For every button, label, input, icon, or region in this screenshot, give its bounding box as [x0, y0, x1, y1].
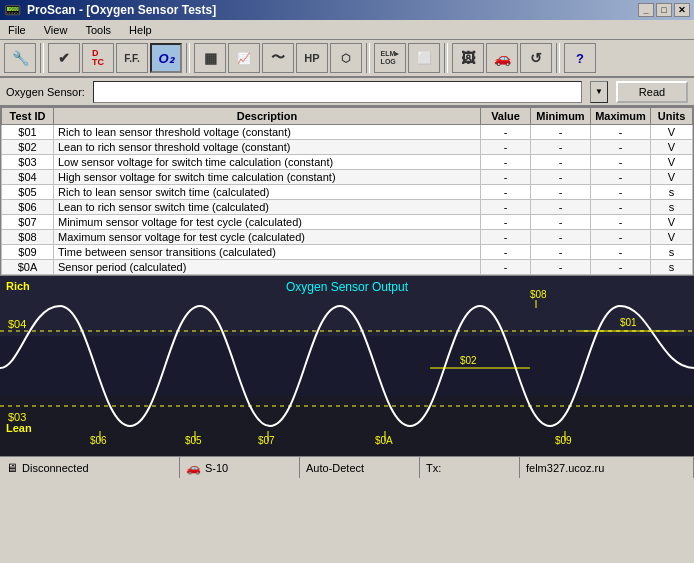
cell-desc: Time between sensor transitions (calcula… — [54, 245, 481, 260]
check-button[interactable]: ✔ — [48, 43, 80, 73]
svg-text:$05: $05 — [185, 435, 202, 446]
menu-view[interactable]: View — [40, 22, 72, 38]
cell-units: V — [651, 125, 693, 140]
title-bar-buttons: _ □ ✕ — [638, 3, 690, 17]
hex-button[interactable]: ⬡ — [330, 43, 362, 73]
close-button[interactable]: ✕ — [674, 3, 690, 17]
cell-min: - — [531, 230, 591, 245]
menu-tools[interactable]: Tools — [81, 22, 115, 38]
cell-desc: Rich to lean sensor threshold voltage (c… — [54, 125, 481, 140]
cell-value: - — [481, 140, 531, 155]
svg-rect-2 — [0, 396, 694, 456]
cell-min: - — [531, 245, 591, 260]
cell-id: $09 — [2, 245, 54, 260]
computer-icon: 🖥 — [6, 461, 18, 475]
col-header-max: Maximum — [591, 108, 651, 125]
cell-value: - — [481, 215, 531, 230]
cell-desc: High sensor voltage for switch time calc… — [54, 170, 481, 185]
cell-max: - — [591, 170, 651, 185]
cell-id: $06 — [2, 200, 54, 215]
refresh-button[interactable]: ↺ — [520, 43, 552, 73]
chart-lean-label: Lean — [6, 422, 32, 434]
help-button[interactable]: ? — [564, 43, 596, 73]
col-header-units: Units — [651, 108, 693, 125]
toolbar-separator-1 — [40, 43, 44, 73]
image-button[interactable]: 🖼 — [452, 43, 484, 73]
svg-text:$08: $08 — [530, 289, 547, 300]
o2-button[interactable]: O₂ — [150, 43, 182, 73]
table-row: $09 Time between sensor transitions (cal… — [2, 245, 693, 260]
cell-value: - — [481, 230, 531, 245]
cell-id: $03 — [2, 155, 54, 170]
read-button[interactable]: Read — [616, 81, 688, 103]
chart-button[interactable]: 📈 — [228, 43, 260, 73]
cell-min: - — [531, 215, 591, 230]
cell-min: - — [531, 260, 591, 275]
sensor-bar: Oxygen Sensor: ▼ Read — [0, 78, 694, 106]
toolbar-separator-5 — [556, 43, 560, 73]
cell-max: - — [591, 230, 651, 245]
cell-id: $0A — [2, 260, 54, 275]
table-row: $06 Lean to rich sensor switch time (cal… — [2, 200, 693, 215]
table-row: $08 Maximum sensor voltage for test cycl… — [2, 230, 693, 245]
cell-id: $05 — [2, 185, 54, 200]
cell-units: s — [651, 185, 693, 200]
square-button[interactable]: ⬜ — [408, 43, 440, 73]
auto-detect-label: Auto-Detect — [306, 462, 364, 474]
table-row: $01 Rich to lean sensor threshold voltag… — [2, 125, 693, 140]
sensor-dropdown[interactable] — [93, 81, 582, 103]
svg-text:$0A: $0A — [375, 435, 393, 446]
cell-value: - — [481, 155, 531, 170]
cell-min: - — [531, 200, 591, 215]
status-connection: 🖥 Disconnected — [0, 457, 180, 478]
toolbar-separator-4 — [444, 43, 448, 73]
status-detect: Auto-Detect — [300, 457, 420, 478]
sensor-dropdown-arrow[interactable]: ▼ — [590, 81, 608, 103]
cell-units: s — [651, 260, 693, 275]
table-row: $07 Minimum sensor voltage for test cycl… — [2, 215, 693, 230]
cell-id: $02 — [2, 140, 54, 155]
cell-min: - — [531, 170, 591, 185]
cell-desc: Sensor period (calculated) — [54, 260, 481, 275]
test-table-container: Test ID Description Value Minimum Maximu… — [0, 106, 694, 276]
table-row: $03 Low sensor voltage for switch time c… — [2, 155, 693, 170]
server-url: felm327.ucoz.ru — [526, 462, 604, 474]
status-bar: 🖥 Disconnected 🚗 S-10 Auto-Detect Tx: fe… — [0, 456, 694, 478]
car-button[interactable]: 🚗 — [486, 43, 518, 73]
cell-value: - — [481, 260, 531, 275]
cell-units: V — [651, 155, 693, 170]
cell-id: $01 — [2, 125, 54, 140]
chart-rich-label: Rich — [6, 280, 30, 292]
hp-button[interactable]: HP — [296, 43, 328, 73]
ff-button[interactable]: F.F. — [116, 43, 148, 73]
minimize-button[interactable]: _ — [638, 3, 654, 17]
cell-units: V — [651, 230, 693, 245]
menu-bar: File View Tools Help — [0, 20, 694, 40]
toolbar-separator-3 — [366, 43, 370, 73]
sensor-label: Oxygen Sensor: — [6, 86, 85, 98]
cell-units: V — [651, 215, 693, 230]
col-header-min: Minimum — [531, 108, 591, 125]
window-title: ProScan - [Oxygen Sensor Tests] — [27, 3, 216, 17]
vehicle-name: S-10 — [205, 462, 228, 474]
cell-desc: Minimum sensor voltage for test cycle (c… — [54, 215, 481, 230]
cell-units: V — [651, 170, 693, 185]
svg-text:$06: $06 — [90, 435, 107, 446]
menu-help[interactable]: Help — [125, 22, 156, 38]
cell-min: - — [531, 125, 591, 140]
chart-svg: $04 $03 $08 $01 $02 $06 $05 $07 — [0, 276, 694, 456]
maximize-button[interactable]: □ — [656, 3, 672, 17]
dtc-button[interactable]: DTC — [82, 43, 114, 73]
table-row: $02 Lean to rich sensor threshold voltag… — [2, 140, 693, 155]
connection-status: Disconnected — [22, 462, 89, 474]
grid-button[interactable]: ▦ — [194, 43, 226, 73]
tool-icon-btn[interactable]: 🔧 — [4, 43, 36, 73]
car-status-icon: 🚗 — [186, 461, 201, 475]
table-row: $05 Rich to lean sensor switch time (cal… — [2, 185, 693, 200]
col-header-value: Value — [481, 108, 531, 125]
cell-min: - — [531, 185, 591, 200]
elm-log-button[interactable]: ELM▸LOG — [374, 43, 406, 73]
wave-button[interactable]: 〜 — [262, 43, 294, 73]
menu-file[interactable]: File — [4, 22, 30, 38]
col-header-testid: Test ID — [2, 108, 54, 125]
